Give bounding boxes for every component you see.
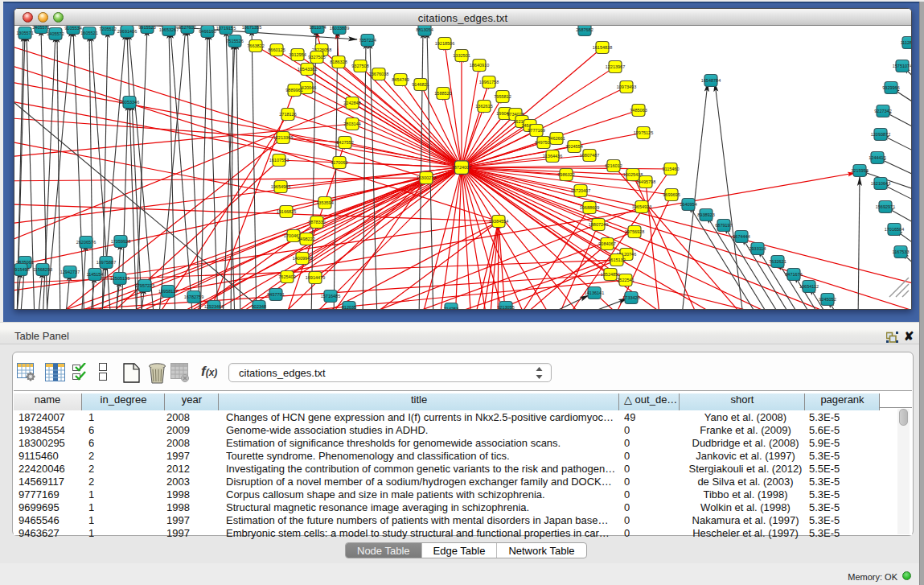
svg-text:12975125: 12975125 <box>634 130 653 135</box>
svg-text:19166825: 19166825 <box>277 209 296 214</box>
svg-text:3024554: 3024554 <box>565 144 582 149</box>
svg-text:10961758: 10961758 <box>479 80 499 84</box>
svg-text:812035: 812035 <box>342 305 356 309</box>
svg-text:16210643: 16210643 <box>871 181 890 186</box>
svg-text:14009948: 14009948 <box>293 256 312 261</box>
svg-text:2933114: 2933114 <box>749 246 766 251</box>
svg-text:9227342: 9227342 <box>874 109 891 113</box>
svg-text:16782759: 16782759 <box>184 295 203 299</box>
svg-text:12213369: 12213369 <box>273 135 293 140</box>
svg-text:18724007: 18724007 <box>452 165 471 170</box>
svg-text:12942737: 12942737 <box>60 270 80 274</box>
svg-text:19384554: 19384554 <box>489 219 508 224</box>
svg-text:1112845: 1112845 <box>901 40 911 45</box>
svg-text:7986322: 7986322 <box>557 172 574 177</box>
svg-text:2718126: 2718126 <box>279 112 296 117</box>
svg-text:8186328: 8186328 <box>330 60 347 64</box>
svg-text:6879197: 6879197 <box>715 223 732 228</box>
svg-text:19654985: 19654985 <box>271 184 290 189</box>
svg-text:1588520: 1588520 <box>434 91 451 96</box>
svg-text:6466160: 6466160 <box>199 29 216 34</box>
svg-text:1170062: 1170062 <box>331 160 347 165</box>
svg-text:7462661: 7462661 <box>548 136 565 141</box>
svg-text:2242848: 2242848 <box>343 101 360 105</box>
svg-text:7955812: 7955812 <box>494 94 511 99</box>
svg-text:10719155: 10719155 <box>216 26 236 31</box>
svg-text:15716485: 15716485 <box>321 294 340 299</box>
svg-text:8454749: 8454749 <box>392 77 409 82</box>
svg-text:7205512: 7205512 <box>99 27 116 31</box>
svg-text:9115460: 9115460 <box>662 167 679 171</box>
svg-text:9084067: 9084067 <box>598 241 615 246</box>
svg-text:13524851: 13524851 <box>601 272 620 277</box>
svg-text:19218506: 19218506 <box>435 41 454 46</box>
svg-text:3878332: 3878332 <box>308 220 325 225</box>
svg-text:1733426: 1733426 <box>622 295 639 300</box>
svg-text:10975887: 10975887 <box>97 260 116 265</box>
svg-text:7625402: 7625402 <box>278 274 295 279</box>
svg-text:9146821: 9146821 <box>412 82 429 87</box>
svg-text:3912954: 3912954 <box>289 52 306 57</box>
svg-text:10807487: 10807487 <box>580 153 599 158</box>
svg-text:9889961: 9889961 <box>285 88 302 93</box>
svg-text:16548784: 16548784 <box>701 78 721 83</box>
svg-text:7663822: 7663822 <box>247 43 264 48</box>
svg-text:9777169: 9777169 <box>528 128 544 133</box>
svg-text:10688609: 10688609 <box>580 205 599 210</box>
svg-text:12093872: 12093872 <box>871 132 890 137</box>
svg-text:19654923: 19654923 <box>632 204 651 209</box>
svg-text:10025438: 10025438 <box>623 172 643 177</box>
svg-text:902348: 902348 <box>252 304 266 309</box>
svg-text:12505135: 12505135 <box>110 276 129 281</box>
svg-text:16033809: 16033809 <box>330 26 349 31</box>
svg-text:9457791: 9457791 <box>267 292 284 297</box>
svg-text:16914479: 16914479 <box>306 275 325 280</box>
svg-text:12923468: 12923468 <box>204 304 224 309</box>
svg-text:2687682: 2687682 <box>576 27 593 32</box>
svg-text:15300273: 15300273 <box>417 175 436 180</box>
svg-text:9245052: 9245052 <box>819 297 836 302</box>
svg-text:10654112: 10654112 <box>799 284 819 289</box>
svg-text:9674444: 9674444 <box>733 234 749 239</box>
svg-text:12213967: 12213967 <box>606 64 625 69</box>
svg-text:7485063: 7485063 <box>630 108 647 113</box>
svg-text:10653267: 10653267 <box>159 27 179 32</box>
svg-text:10973493: 10973493 <box>617 84 636 89</box>
svg-text:9213055: 9213055 <box>497 305 514 309</box>
svg-text:7357224: 7357224 <box>359 38 376 43</box>
svg-text:19756928: 19756928 <box>625 229 644 234</box>
svg-text:10543382: 10543382 <box>298 67 317 72</box>
svg-text:21364436: 21364436 <box>543 154 562 159</box>
svg-text:17359928: 17359928 <box>111 239 130 244</box>
svg-text:2803144: 2803144 <box>343 122 360 126</box>
svg-text:9327505: 9327505 <box>308 55 325 60</box>
svg-text:26206576: 26206576 <box>76 240 96 245</box>
svg-text:10671355: 10671355 <box>242 26 261 30</box>
svg-text:1405572: 1405572 <box>47 31 64 36</box>
svg-text:5498222: 5498222 <box>298 237 314 241</box>
svg-text:1167533: 1167533 <box>892 249 909 254</box>
svg-text:16107553: 16107553 <box>269 158 289 163</box>
svg-text:1244415: 1244415 <box>869 155 885 160</box>
svg-text:1145154: 1145154 <box>86 272 103 277</box>
svg-text:20691406: 20691406 <box>117 29 137 34</box>
svg-text:20053346: 20053346 <box>120 100 139 105</box>
svg-text:8938923: 8938923 <box>697 212 714 217</box>
svg-text:9105534: 9105534 <box>64 26 81 31</box>
svg-text:1615132: 1615132 <box>608 257 625 262</box>
svg-text:18807249: 18807249 <box>589 222 608 227</box>
svg-text:8427552: 8427552 <box>336 140 353 145</box>
svg-text:1362615: 1362615 <box>475 104 492 109</box>
svg-text:15692971: 15692971 <box>876 204 895 209</box>
svg-text:18640910: 18640910 <box>470 63 489 68</box>
svg-text:2405571: 2405571 <box>32 26 49 30</box>
svg-text:714253: 714253 <box>444 307 458 309</box>
svg-text:15720407: 15720407 <box>571 188 590 193</box>
svg-text:2522541: 2522541 <box>617 278 634 282</box>
svg-text:7632621: 7632621 <box>769 259 786 264</box>
svg-text:10958117: 10958117 <box>158 289 178 294</box>
svg-text:8471676: 8471676 <box>785 272 802 277</box>
svg-text:15751074: 15751074 <box>893 64 911 68</box>
svg-text:1332501: 1332501 <box>453 53 470 58</box>
svg-text:9915523: 9915523 <box>138 26 155 30</box>
